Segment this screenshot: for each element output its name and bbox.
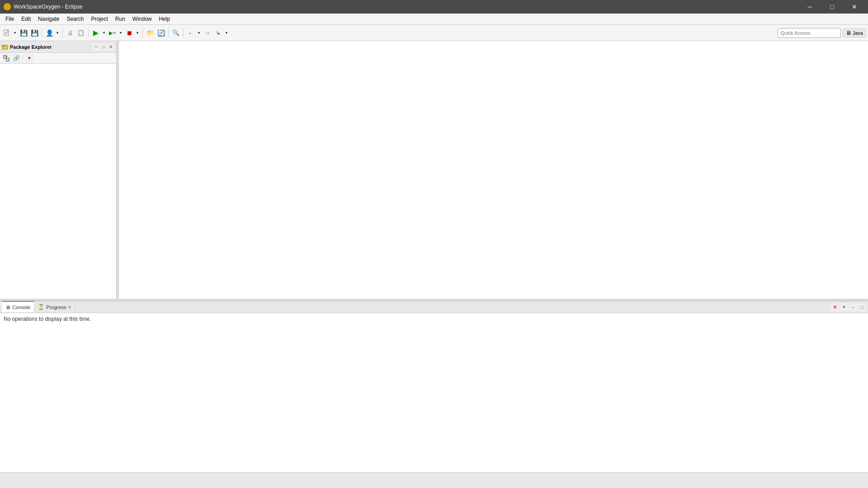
quick-access-input[interactable]	[778, 28, 841, 38]
user-dropdown-arrow[interactable]: ▾	[55, 28, 60, 38]
package-explorer-header: Package Explorer ─ □ ✕	[0, 41, 116, 53]
fwd-group: ↳ ▾	[213, 28, 229, 38]
forward-button[interactable]: ↳	[213, 28, 223, 38]
stop-group: ⏹ ▾	[124, 28, 140, 38]
menu-bar: File Edit Navigate Search Project Run Wi…	[0, 14, 868, 25]
content-area: Package Explorer ─ □ ✕ 🔗 ▾	[0, 41, 868, 299]
bp-minimize-button[interactable]: ─	[849, 303, 857, 311]
menu-run[interactable]: Run	[112, 14, 129, 24]
stop-dropdown-arrow[interactable]: ▾	[135, 28, 140, 38]
new-file-group: ▾	[2, 28, 18, 38]
nav-group: ← ▾	[186, 28, 202, 38]
refresh-button[interactable]: 🔄	[156, 28, 166, 38]
package-explorer-close[interactable]: ✕	[107, 43, 114, 51]
open-type-button[interactable]: 📁	[145, 28, 155, 38]
collapse-all-button[interactable]	[2, 54, 11, 63]
stop-button[interactable]: ⏹	[124, 28, 134, 38]
svg-rect-6	[2, 45, 5, 47]
menu-edit[interactable]: Edit	[18, 14, 34, 24]
view-menu-button[interactable]: ▾	[25, 54, 34, 63]
package-explorer-toolbar: 🔗 ▾	[0, 53, 116, 64]
collapse-all-icon	[3, 55, 10, 62]
no-operations-text: No operations to display at this time.	[4, 316, 91, 322]
main-layout: Package Explorer ─ □ ✕ 🔗 ▾	[0, 41, 868, 472]
package-explorer-icon	[2, 44, 8, 50]
console-tab-icon: 🖥	[5, 305, 10, 310]
progress-tab-label: Progress	[46, 305, 66, 310]
progress-tab-close[interactable]: ✕	[68, 305, 71, 310]
svg-rect-7	[4, 56, 6, 58]
bp-terminate-button[interactable]: ✕	[831, 303, 839, 311]
prev-edit-button[interactable]: ←	[186, 28, 196, 38]
view-menu-icon: ▾	[28, 55, 31, 61]
new-file-dropdown-arrow[interactable]: ▾	[12, 28, 18, 38]
toolbar-sep-6	[183, 28, 184, 38]
print-button[interactable]: 🖨	[65, 28, 75, 38]
bottom-panel-tabs: 🖥 Console ⏳ Progress ✕ ✕ ▾ ─ □	[0, 301, 868, 313]
menu-project[interactable]: Project	[87, 14, 111, 24]
nav-prev-dropdown[interactable]: ▾	[196, 28, 202, 38]
svg-rect-8	[6, 58, 9, 61]
perspective-label: Java	[853, 30, 863, 36]
new-file-button[interactable]	[2, 28, 12, 38]
bp-maximize-button[interactable]: □	[858, 303, 866, 311]
user-button[interactable]: 👤	[44, 28, 54, 38]
toolbar: ▾ 💾 💾+ 👤 ▾ 🖨 📋 ▶ ▾ ▶+ ▾ ⏹ ▾ 📁 🔄 🔍 ← ▾ →	[0, 25, 868, 41]
title-bar-left: WorkSpaceOxygen - Eclipse	[4, 3, 83, 10]
new-file-icon	[3, 29, 10, 37]
menu-window[interactable]: Window	[129, 14, 156, 24]
close-button[interactable]: ✕	[844, 2, 864, 11]
minimize-button[interactable]: ─	[800, 2, 820, 11]
menu-help[interactable]: Help	[156, 14, 174, 24]
package-explorer-maximize[interactable]: □	[100, 43, 107, 51]
bottom-panel: 🖥 Console ⏳ Progress ✕ ✕ ▾ ─ □ No operat…	[0, 300, 868, 472]
fwd-dropdown[interactable]: ▾	[224, 28, 229, 38]
save-button[interactable]: 💾	[19, 28, 28, 38]
package-explorer-panel: Package Explorer ─ □ ✕ 🔗 ▾	[0, 41, 117, 299]
run-as-dropdown-arrow[interactable]: ▾	[118, 28, 123, 38]
perspective-icon: 🖥	[846, 30, 851, 36]
package-explorer-content	[0, 64, 116, 299]
run-as-button[interactable]: ▶+	[108, 28, 118, 38]
bp-view-menu-button[interactable]: ▾	[840, 303, 848, 311]
eclipse-icon	[4, 3, 11, 10]
status-bar	[0, 472, 868, 488]
tab-progress[interactable]: ⏳ Progress ✕	[34, 301, 75, 313]
toolbar-sep-1	[42, 28, 42, 38]
run-button[interactable]: ▶	[91, 28, 101, 38]
perspective-button[interactable]: 🖥 Java	[843, 28, 866, 38]
next-edit-button[interactable]: →	[203, 28, 212, 38]
menu-navigate[interactable]: Navigate	[34, 14, 63, 24]
toolbar-sep-4	[142, 28, 143, 38]
search-button[interactable]: 🔍	[171, 28, 181, 38]
link-editor-button[interactable]: 🔗	[12, 54, 21, 63]
menu-search[interactable]: Search	[63, 14, 87, 24]
package-explorer-title: Package Explorer	[10, 44, 93, 50]
progress-tab-icon: ⏳	[38, 304, 44, 310]
menu-file[interactable]: File	[2, 14, 18, 24]
title-bar: WorkSpaceOxygen - Eclipse ─ □ ✕	[0, 0, 868, 14]
maximize-button[interactable]: □	[822, 2, 842, 11]
toolbar-sep-2	[62, 28, 63, 38]
run-as-group: ▶+ ▾	[108, 28, 123, 38]
window-title: WorkSpaceOxygen - Eclipse	[14, 4, 83, 10]
editor-area[interactable]	[118, 41, 868, 299]
pe-sep	[23, 55, 23, 61]
package-explorer-minimize[interactable]: ─	[93, 43, 100, 51]
toolbar-sep-3	[88, 28, 89, 38]
run-group: ▶ ▾	[91, 28, 107, 38]
bottom-panel-content: No operations to display at this time.	[0, 313, 868, 472]
quick-access-area: 🖥 Java	[778, 28, 866, 38]
toolbar-sep-5	[168, 28, 169, 38]
window-controls: ─ □ ✕	[800, 2, 864, 11]
tab-console[interactable]: 🖥 Console	[2, 301, 34, 312]
properties-button[interactable]: 📋	[76, 28, 86, 38]
console-tab-label: Console	[12, 305, 30, 310]
user-group: 👤 ▾	[44, 28, 60, 38]
save-all-button[interactable]: 💾+	[29, 28, 39, 38]
run-dropdown-arrow[interactable]: ▾	[101, 28, 107, 38]
